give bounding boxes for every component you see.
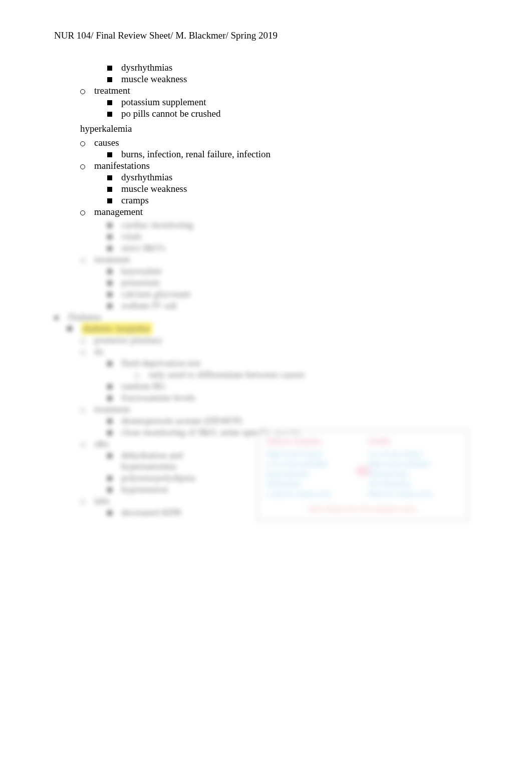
treatment-label: treatment [54, 85, 478, 96]
treatment-section-2: treatment [54, 254, 478, 265]
management-label: management [54, 206, 478, 217]
col-item: Dehydration [267, 480, 358, 488]
blurred-sub-items-1b: random BG fructosamine levels [54, 381, 478, 403]
manifestations-items-list: dysrhythmias muscle weakness cramps [54, 172, 478, 206]
comparison-footer: Both will present with confusion status [267, 505, 459, 513]
manifestations-section: manifestations [54, 160, 478, 171]
comparison-box: Diabetes Insipidus High Serum Output Low… [257, 430, 468, 521]
blurred-content: cardiac monitoring vitals strict I&O's t… [54, 219, 478, 518]
list-item: kayexalate [54, 266, 478, 277]
treatment-section: treatment [54, 85, 478, 96]
list-item: sodium IV salt [54, 300, 478, 311]
sub-label: dx [54, 346, 478, 357]
vs-badge: vs [356, 466, 370, 476]
causes-label: causes [54, 137, 478, 148]
blurred-sub-section-1: dx [54, 346, 478, 357]
treatment-items-list-2: kayexalate potassium calcium gluconate s… [54, 266, 478, 311]
mellitus-heading: diabetic insipidus [67, 323, 478, 335]
page-header: NUR 104/ Final Review Sheet/ M. Blackmer… [54, 30, 478, 41]
col-item: High Serum Output [267, 450, 358, 458]
list-item: desmopressin acetate (DDAVP) [54, 415, 478, 426]
list-item: burns, infection, renal failure, infecti… [54, 149, 478, 160]
list-item: cramps [54, 195, 478, 206]
col-item: Large low output urine [267, 490, 358, 498]
treatment-label-2: treatment [54, 254, 478, 265]
list-item: po pills cannot be crushed [54, 108, 478, 119]
col-item: High serum osmolality [368, 460, 459, 468]
list-item: calcium gluconate [54, 289, 478, 300]
blurred-sub-section-0: posterior pituitary [54, 335, 478, 346]
right-col-header: SIADH [368, 438, 459, 446]
causes-section: causes [54, 137, 478, 148]
col-item: Over-hydration [368, 480, 459, 488]
blurred-sub-items-1: fluid deprivation test [54, 358, 478, 369]
management-section: management [54, 206, 478, 217]
list-item: random BG [54, 381, 478, 392]
sub-label: posterior pituitary [54, 335, 478, 346]
causes-items-list: burns, infection, renal failure, infecti… [54, 149, 478, 160]
diabetes-heading: Diabetes [54, 312, 478, 323]
comparison-left-col: Diabetes Insipidus High Serum Output Low… [267, 438, 358, 500]
top-symptoms-list: dysrhythmias muscle weakness [54, 62, 478, 85]
col-item: Low serum osmolality [267, 460, 358, 468]
list-item: dysrhythmias [54, 62, 478, 73]
sub-label: s&s [54, 438, 214, 449]
manifestations-label: manifestations [54, 160, 478, 171]
list-item: vitals [54, 231, 478, 242]
list-item: muscle weakness [54, 74, 478, 85]
list-item: hypotension [54, 484, 214, 495]
col-item: Hypernatremia [267, 470, 358, 478]
list-item: potassium [54, 277, 478, 288]
list-item: dehydration and hypernatremia [54, 450, 214, 472]
list-item: fluid deprivation test [54, 358, 478, 369]
list-item: only used to differentiate between cause… [54, 369, 478, 380]
list-item: potassium supplement [54, 97, 478, 108]
treatment-items-list: potassium supplement po pills cannot be … [54, 97, 478, 119]
col-item: Dilute low output urine [368, 490, 459, 498]
management-items-list: cardiac monitoring vitals strict I&O's [54, 219, 478, 253]
list-item: muscle weakness [54, 183, 478, 194]
list-item: cardiac monitoring [54, 219, 478, 230]
left-col-header: Diabetes Insipidus [267, 438, 358, 446]
list-item: polyuria/polydipsia [54, 472, 214, 483]
hyperkalemia-title: hyperkalemia [54, 123, 478, 134]
col-item: Low Serum Output [368, 450, 459, 458]
comparison-right-col: SIADH Low Serum Output High serum osmola… [368, 438, 459, 500]
blurred-sub-section-2: treatment [54, 404, 478, 415]
blurred-sub-section-3: s&s [54, 438, 214, 449]
col-item: Hyponatremia [368, 470, 459, 478]
list-item: dysrhythmias [54, 172, 478, 183]
blurred-sub-items-3: dehydration and hypernatremia polyuria/p… [54, 450, 214, 495]
sub-label: treatment [54, 404, 478, 415]
highlight-label: diabetic insipidus [81, 323, 152, 335]
list-item: fructosamine levels [54, 392, 478, 403]
blurred-sub-sub-1: only used to differentiate between cause… [54, 369, 478, 380]
list-item: strict I&O's [54, 242, 478, 253]
